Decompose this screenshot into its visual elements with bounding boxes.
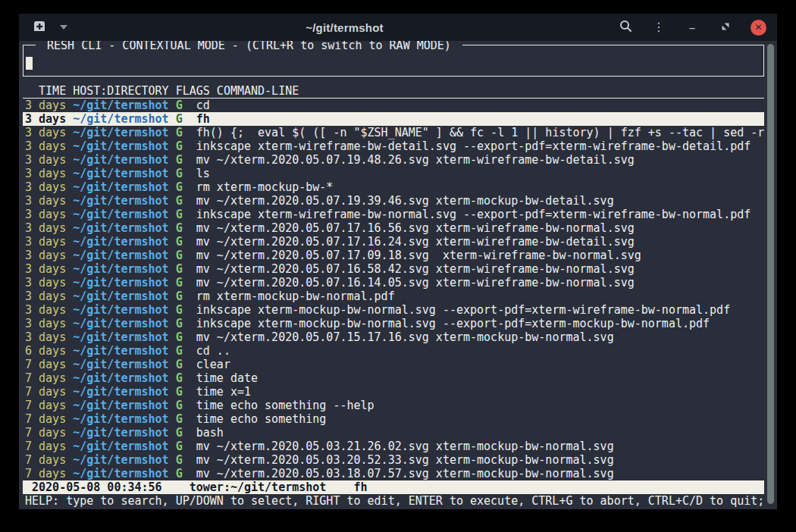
history-row[interactable]: 3 days ~/git/termshot G mv ~/xterm.2020.… [23,235,764,249]
history-row[interactable]: 3 days ~/git/termshot G mv ~/xterm.2020.… [23,276,764,289]
history-row[interactable]: 7 days ~/git/termshot G mv ~/xterm.2020.… [23,440,764,453]
history-row[interactable]: 3 days ~/git/termshot G rm xterm-mockup-… [23,180,764,194]
close-button[interactable]: ✕ [751,20,766,36]
tab-list-button[interactable] [55,19,72,36]
history-row[interactable]: 3 days ~/git/termshot G mv ~/xterm.2020.… [23,194,764,208]
status-bar: 2020-05-08 00:34:56 tower:~/git/termshot… [23,480,764,494]
history-row[interactable]: 3 days ~/git/termshot G mv ~/xterm.2020.… [23,153,764,167]
history-row[interactable]: 3 days ~/git/termshot G fh [23,112,764,126]
history-rows: 3 days ~/git/termshot G cd3 days ~/git/t… [23,99,764,480]
minimize-icon: – [689,20,696,34]
history-row[interactable]: 6 days ~/git/termshot G cd .. [23,344,764,358]
history-row[interactable]: 7 days ~/git/termshot G time echo someth… [23,412,764,426]
history-row[interactable]: 3 days ~/git/termshot G inkscape xterm-w… [23,139,764,153]
new-tab-button[interactable] [31,19,48,36]
menu-button[interactable]: ⋮ [650,19,667,36]
history-row[interactable]: 3 days ~/git/termshot G inkscape xterm-w… [23,208,764,221]
text-cursor [26,57,33,70]
history-row[interactable]: 7 days ~/git/termshot G mv ~/xterm.2020.… [23,467,764,480]
titlebar: ~/git/termshot ⋮ – [19,14,777,41]
history-table-header: TIME HOST:DIRECTORY FLAGS COMMAND-LINE [23,84,764,99]
history-row[interactable]: 7 days ~/git/termshot G time x=1 [23,385,764,399]
history-row[interactable]: 3 days ~/git/termshot G rm xterm-mockup-… [23,289,764,303]
history-row[interactable]: 3 days ~/git/termshot G inkscape xterm-m… [23,303,764,317]
new-tab-icon [32,20,47,36]
history-row[interactable]: 7 days ~/git/termshot G time date [23,371,764,385]
history-row[interactable]: 3 days ~/git/termshot G mv ~/xterm.2020.… [23,221,764,235]
history-row[interactable]: 3 days ~/git/termshot G fh() {; eval $( … [23,126,764,139]
restore-icon [721,20,730,34]
search-icon [619,20,632,36]
terminal-window: ~/git/termshot ⋮ – [19,14,777,509]
history-row[interactable]: 3 days ~/git/termshot G inkscape xterm-m… [23,317,764,330]
search-button[interactable] [617,19,634,36]
chevron-down-icon [60,25,67,30]
terminal-screen[interactable]: RESH CLI - CONTEXTUAL MODE - (CTRL+R to … [19,41,777,509]
resh-box-title: RESH CLI - CONTEXTUAL MODE - (CTRL+R to … [36,41,462,52]
history-row[interactable]: 7 days ~/git/termshot G mv ~/xterm.2020.… [23,453,764,467]
restore-button[interactable] [717,19,734,36]
window-title: ~/git/termshot [72,21,617,34]
history-row[interactable]: 7 days ~/git/termshot G bash [23,426,764,440]
history-row[interactable]: 3 days ~/git/termshot G cd [23,99,764,112]
history-row[interactable]: 7 days ~/git/termshot G clear [23,358,764,371]
history-row[interactable]: 3 days ~/git/termshot G mv ~/xterm.2020.… [23,330,764,344]
history-row[interactable]: 3 days ~/git/termshot G mv ~/xterm.2020.… [23,249,764,262]
scrollbar-thumb[interactable] [767,44,774,504]
kebab-menu-icon: ⋮ [653,21,665,33]
minimize-button[interactable]: – [684,19,700,36]
help-line: HELP: type to search, UP/DOWN to select,… [23,494,764,508]
close-icon: ✕ [754,23,762,32]
resh-search-box[interactable]: RESH CLI - CONTEXTUAL MODE - (CTRL+R to … [23,45,764,77]
history-row[interactable]: 3 days ~/git/termshot G ls [23,167,764,180]
history-row[interactable]: 7 days ~/git/termshot G time echo someth… [23,399,764,412]
history-row[interactable]: 3 days ~/git/termshot G mv ~/xterm.2020.… [23,262,764,276]
